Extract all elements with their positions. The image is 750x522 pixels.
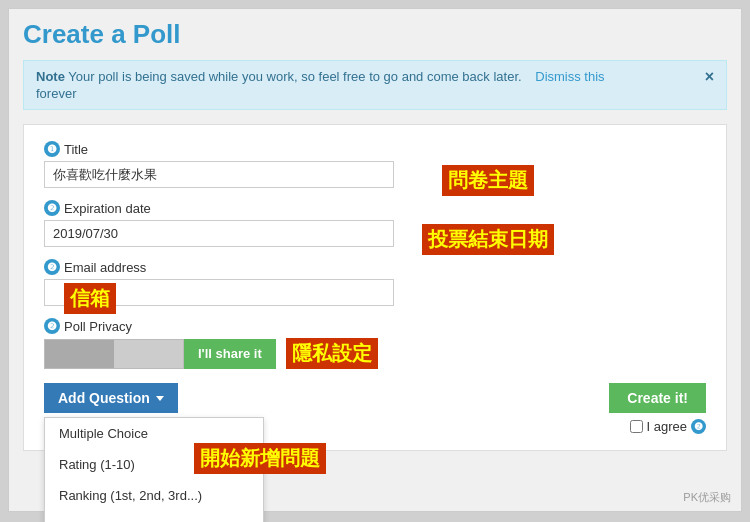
dropdown-item-multiple-choice[interactable]: Multiple Choice — [45, 418, 263, 449]
privacy-share-button[interactable]: I'll share it — [184, 339, 276, 369]
expiration-input-wrap: 投票結束日期 — [44, 220, 394, 247]
privacy-label-text: Poll Privacy — [64, 319, 132, 334]
title-input[interactable] — [44, 161, 394, 188]
email-input[interactable] — [44, 279, 394, 306]
email-help-icon[interactable]: ❷ — [44, 259, 60, 275]
expiration-label-text: Expiration date — [64, 201, 151, 216]
title-help-icon[interactable]: ❶ — [44, 141, 60, 157]
title-overlay-label: 問卷主題 — [442, 165, 534, 196]
right-actions: Create it! I agree ❷ — [609, 383, 706, 434]
add-question-caret-icon — [156, 396, 164, 401]
agree-row: I agree ❷ — [630, 419, 706, 434]
agree-checkbox[interactable] — [630, 420, 643, 433]
privacy-slider[interactable] — [44, 339, 184, 369]
expiration-field-group: ❷ Expiration date 投票結束日期 — [44, 200, 706, 247]
create-button[interactable]: Create it! — [609, 383, 706, 413]
title-label: ❶ Title — [44, 141, 706, 157]
title-field-group: ❶ Title 問卷主題 — [44, 141, 706, 188]
agree-label: I agree — [647, 419, 687, 434]
notice-forever: forever — [36, 86, 695, 101]
expiration-help-icon[interactable]: ❷ — [44, 200, 60, 216]
notice-bar: Note Your poll is being saved while you … — [23, 60, 727, 110]
title-label-text: Title — [64, 142, 88, 157]
add-question-label: Add Question — [58, 390, 150, 406]
privacy-help-icon[interactable]: ❷ — [44, 318, 60, 334]
email-input-wrap: 信箱 — [44, 279, 394, 306]
dropdown-item-ranking[interactable]: Ranking (1st, 2nd, 3rd...) — [45, 480, 263, 511]
bottom-row: Add Question Multiple Choice Rating (1-1… — [44, 383, 706, 434]
dismiss-link[interactable]: Dismiss this — [535, 69, 604, 84]
dropdown-item-freetext[interactable]: Free Text — [45, 511, 263, 522]
page-title: Create a Poll — [23, 19, 727, 50]
email-label-text: Email address — [64, 260, 146, 275]
title-input-wrap: 問卷主題 — [44, 161, 394, 188]
notice-close-button[interactable]: × — [705, 69, 714, 85]
dropdown-item-rating[interactable]: Rating (1-10) — [45, 449, 263, 480]
privacy-row: I'll share it 隱私設定 — [44, 338, 706, 369]
privacy-field-group: ❷ Poll Privacy I'll share it 隱私設定 — [44, 318, 706, 369]
privacy-overlay-label: 隱私設定 — [286, 338, 378, 369]
notice-bold: Note — [36, 69, 65, 84]
email-field-group: ❷ Email address 信箱 — [44, 259, 706, 306]
add-question-button[interactable]: Add Question — [44, 383, 178, 413]
email-label: ❷ Email address — [44, 259, 706, 275]
notice-text: Note Your poll is being saved while you … — [36, 69, 695, 101]
add-question-dropdown: Multiple Choice Rating (1-10) Ranking (1… — [44, 417, 264, 522]
form-card: ❶ Title 問卷主題 ❷ Expiration date 投票結束日期 ❷ — [23, 124, 727, 451]
expiration-input[interactable] — [44, 220, 394, 247]
privacy-label: ❷ Poll Privacy — [44, 318, 706, 334]
agree-help-icon[interactable]: ❷ — [691, 419, 706, 434]
notice-message: Your poll is being saved while you work,… — [68, 69, 521, 84]
watermark: PK优采购 — [683, 490, 731, 505]
expiration-label: ❷ Expiration date — [44, 200, 706, 216]
expiration-overlay-label: 投票結束日期 — [422, 224, 554, 255]
privacy-control-wrap: I'll share it 隱私設定 — [44, 338, 706, 369]
add-question-wrap: Add Question Multiple Choice Rating (1-1… — [44, 383, 178, 413]
